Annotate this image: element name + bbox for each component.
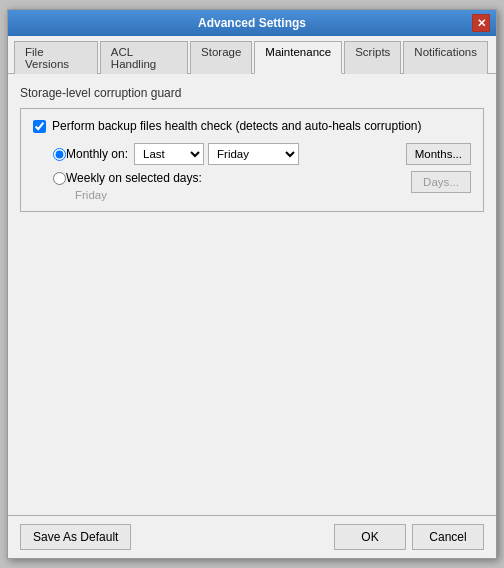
weekly-radio[interactable] (53, 172, 66, 185)
weekly-area: Weekly on selected days: Friday Days... (53, 171, 471, 201)
tab-notifications[interactable]: Notifications (403, 41, 488, 74)
tab-scripts[interactable]: Scripts (344, 41, 401, 74)
health-check-checkbox[interactable] (33, 120, 46, 133)
cancel-button[interactable]: Cancel (412, 524, 484, 550)
months-button[interactable]: Months... (406, 143, 471, 165)
health-check-row: Perform backup files health check (detec… (33, 119, 471, 133)
tab-maintenance[interactable]: Maintenance (254, 41, 342, 74)
tab-acl-handling[interactable]: ACL Handling (100, 41, 188, 74)
monthly-label: Monthly on: (66, 147, 128, 161)
close-button[interactable]: ✕ (472, 14, 490, 32)
last-select[interactable]: Last First Second Third Fourth (134, 143, 204, 165)
content-area: Storage-level corruption guard Perform b… (8, 74, 496, 515)
health-check-label: Perform backup files health check (detec… (52, 119, 422, 133)
weekly-row: Weekly on selected days: (53, 171, 411, 185)
grayed-day-text: Friday (75, 189, 411, 201)
title-bar: Advanced Settings ✕ (8, 10, 496, 36)
tabs-bar: File Versions ACL Handling Storage Maint… (8, 36, 496, 74)
footer-right-buttons: OK Cancel (334, 524, 484, 550)
ok-button[interactable]: OK (334, 524, 406, 550)
main-window: Advanced Settings ✕ File Versions ACL Ha… (7, 9, 497, 559)
monthly-row: Monthly on: Last First Second Third Four… (53, 143, 471, 165)
weekly-label: Weekly on selected days: (66, 171, 202, 185)
schedule-area: Monthly on: Last First Second Third Four… (53, 143, 471, 201)
window-title: Advanced Settings (32, 16, 472, 30)
corruption-guard-section: Perform backup files health check (detec… (20, 108, 484, 212)
tab-storage[interactable]: Storage (190, 41, 252, 74)
monthly-radio[interactable] (53, 148, 66, 161)
save-as-default-button[interactable]: Save As Default (20, 524, 131, 550)
footer: Save As Default OK Cancel (8, 515, 496, 558)
day-select[interactable]: Friday Monday Tuesday Wednesday Thursday… (208, 143, 299, 165)
days-button[interactable]: Days... (411, 171, 471, 193)
tab-file-versions[interactable]: File Versions (14, 41, 98, 74)
section-title: Storage-level corruption guard (20, 86, 484, 100)
